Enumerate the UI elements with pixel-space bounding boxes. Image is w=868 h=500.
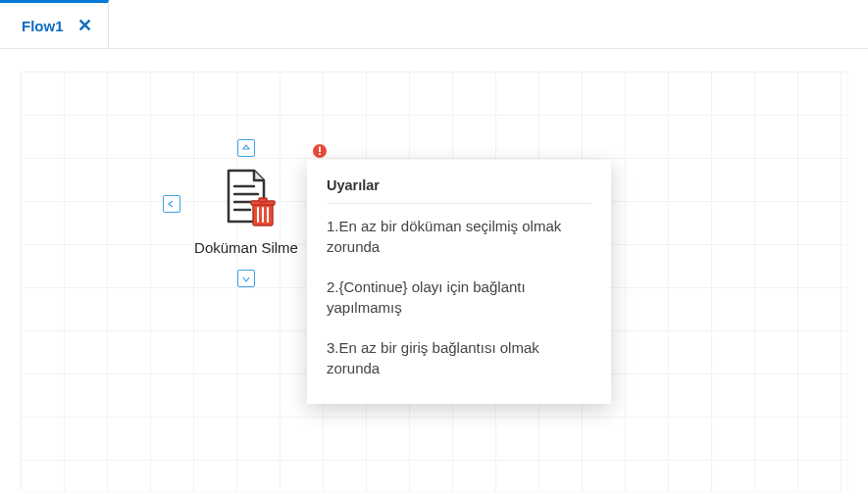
svg-rect-2 [319, 153, 321, 155]
tab-flow1[interactable]: Flow1 ✕ [0, 0, 109, 48]
svg-rect-9 [259, 198, 267, 202]
tooltip-item: 1.En az bir döküman seçilmiş olmak zorun… [327, 216, 591, 257]
tooltip-item: 2.{Continue} olayı için bağlantı yapılma… [327, 276, 591, 318]
handle-left[interactable] [163, 195, 180, 213]
warnings-tooltip: Uyarılar 1.En az bir döküman seçilmiş ol… [307, 160, 611, 404]
warning-icon [312, 143, 328, 159]
document-delete-icon [215, 165, 278, 227]
tooltip-item: 3.En az bir giriş bağlantısı olmak zorun… [327, 337, 591, 378]
svg-rect-1 [319, 147, 321, 153]
arrow-left-icon [167, 199, 177, 209]
arrow-down-icon [241, 274, 251, 283]
flow-canvas[interactable]: Doküman Silme Uyarılar 1.En az bir döküm… [20, 71, 848, 492]
close-icon[interactable]: ✕ [77, 17, 92, 34]
tab-bar: Flow1 ✕ [0, 0, 868, 49]
warning-badge [312, 143, 328, 159]
tooltip-title: Uyarılar [327, 175, 591, 204]
node-delete-document[interactable]: Doküman Silme [182, 153, 310, 260]
node-label: Doküman Silme [182, 235, 310, 260]
arrow-up-icon [241, 143, 251, 153]
handle-bottom[interactable] [237, 270, 255, 287]
tab-label: Flow1 [22, 18, 64, 34]
handle-top[interactable] [237, 139, 255, 157]
